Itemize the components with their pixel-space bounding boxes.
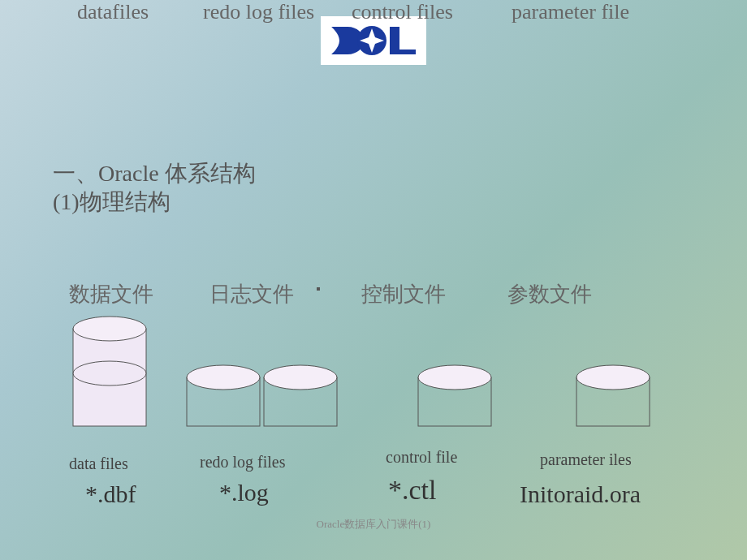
footer-text: Oracle数据库入门课件(1) — [317, 517, 431, 532]
col-control-cn: 控制文件 — [361, 280, 446, 308]
col-parameter-en: parameter file — [512, 0, 629, 24]
cylinder-control — [414, 361, 495, 434]
svg-point-9 — [418, 365, 491, 390]
ext-control: *.ctl — [388, 475, 436, 506]
ext-redolog: *.log — [219, 479, 269, 506]
svg-point-7 — [264, 365, 337, 390]
cylinder-redolog-1 — [183, 361, 264, 434]
col-control-en: control files — [352, 0, 453, 24]
heading-title: 一、Oracle 体系结构 — [53, 158, 256, 189]
bullet-dot — [317, 287, 320, 291]
col-parameter-cn: 参数文件 — [507, 280, 592, 308]
cylinder-parameter — [572, 361, 654, 434]
svg-point-5 — [187, 365, 260, 390]
bottom-label-redolog: redo log files — [200, 453, 286, 472]
col-redolog-cn: 日志文件 — [209, 280, 294, 308]
svg-point-11 — [576, 365, 650, 390]
bottom-label-parameter: parameter iles — [540, 450, 632, 469]
ext-parameter: Initoraid.ora — [520, 480, 641, 508]
svg-point-3 — [73, 317, 146, 341]
bottom-label-control: control file — [386, 448, 457, 467]
svg-point-2 — [73, 361, 146, 386]
bottom-label-datafiles: data files — [69, 454, 128, 473]
ext-datafiles: *.dbf — [85, 480, 136, 508]
heading-subtitle: (1)物理结构 — [53, 187, 171, 218]
col-datafiles-en: datafiles — [77, 0, 149, 24]
cylinder-redolog-2 — [260, 361, 341, 434]
col-redolog-en: redo log files — [203, 0, 314, 24]
cylinder-datafiles — [69, 312, 150, 434]
col-datafiles-cn: 数据文件 — [69, 280, 153, 308]
